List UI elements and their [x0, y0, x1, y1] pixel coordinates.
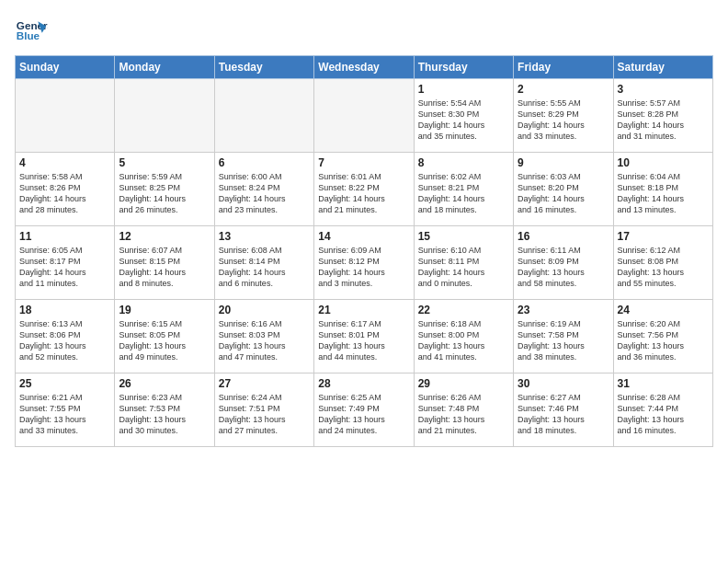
- week-row-3: 11Sunrise: 6:05 AM Sunset: 8:17 PM Dayli…: [16, 226, 713, 300]
- day-info: Sunrise: 6:09 AM Sunset: 8:12 PM Dayligh…: [318, 245, 409, 290]
- column-header-monday: Monday: [115, 56, 214, 79]
- column-header-saturday: Saturday: [613, 56, 712, 79]
- day-info: Sunrise: 6:16 AM Sunset: 8:03 PM Dayligh…: [219, 318, 310, 363]
- week-row-2: 4Sunrise: 5:58 AM Sunset: 8:26 PM Daylig…: [16, 153, 713, 226]
- day-number: 15: [418, 230, 509, 243]
- calendar-cell: 19Sunrise: 6:15 AM Sunset: 8:05 PM Dayli…: [115, 300, 214, 373]
- day-number: 22: [418, 304, 509, 316]
- calendar-cell: 20Sunrise: 6:16 AM Sunset: 8:03 PM Dayli…: [214, 300, 313, 373]
- day-info: Sunrise: 5:57 AM Sunset: 8:28 PM Dayligh…: [618, 98, 709, 143]
- page-header: General Blue: [15, 15, 713, 48]
- day-number: 6: [219, 156, 310, 169]
- day-number: 21: [318, 304, 409, 316]
- calendar-cell: 2Sunrise: 5:55 AM Sunset: 8:29 PM Daylig…: [514, 79, 613, 153]
- calendar-cell: 29Sunrise: 6:26 AM Sunset: 7:48 PM Dayli…: [414, 373, 513, 447]
- day-number: 13: [219, 230, 310, 243]
- day-number: 30: [518, 377, 609, 390]
- day-number: 24: [618, 304, 709, 316]
- calendar-cell: 11Sunrise: 6:05 AM Sunset: 8:17 PM Dayli…: [16, 226, 115, 300]
- logo: General Blue: [15, 15, 48, 48]
- day-number: 10: [618, 156, 709, 169]
- calendar-cell: 14Sunrise: 6:09 AM Sunset: 8:12 PM Dayli…: [314, 226, 414, 300]
- week-row-4: 18Sunrise: 6:13 AM Sunset: 8:06 PM Dayli…: [16, 300, 713, 373]
- day-info: Sunrise: 5:59 AM Sunset: 8:25 PM Dayligh…: [119, 171, 210, 216]
- day-number: 26: [119, 377, 210, 390]
- day-number: 17: [618, 230, 709, 243]
- day-info: Sunrise: 6:17 AM Sunset: 8:01 PM Dayligh…: [318, 318, 409, 363]
- calendar-cell: 16Sunrise: 6:11 AM Sunset: 8:09 PM Dayli…: [514, 226, 613, 300]
- column-header-sunday: Sunday: [16, 56, 115, 79]
- day-info: Sunrise: 6:07 AM Sunset: 8:15 PM Dayligh…: [119, 245, 210, 290]
- calendar-cell: 12Sunrise: 6:07 AM Sunset: 8:15 PM Dayli…: [115, 226, 214, 300]
- calendar-cell: 6Sunrise: 6:00 AM Sunset: 8:24 PM Daylig…: [214, 153, 313, 226]
- day-number: 31: [618, 377, 709, 390]
- calendar-body: 1Sunrise: 5:54 AM Sunset: 8:30 PM Daylig…: [16, 79, 713, 447]
- day-info: Sunrise: 6:10 AM Sunset: 8:11 PM Dayligh…: [418, 245, 509, 290]
- day-number: 18: [19, 304, 110, 316]
- calendar-cell: 1Sunrise: 5:54 AM Sunset: 8:30 PM Daylig…: [414, 79, 513, 153]
- calendar-cell: 13Sunrise: 6:08 AM Sunset: 8:14 PM Dayli…: [214, 226, 313, 300]
- day-number: 23: [518, 304, 609, 316]
- day-info: Sunrise: 6:20 AM Sunset: 7:56 PM Dayligh…: [618, 318, 709, 363]
- calendar-cell: 21Sunrise: 6:17 AM Sunset: 8:01 PM Dayli…: [314, 300, 414, 373]
- day-info: Sunrise: 6:12 AM Sunset: 8:08 PM Dayligh…: [618, 245, 709, 290]
- calendar-cell: 27Sunrise: 6:24 AM Sunset: 7:51 PM Dayli…: [214, 373, 313, 447]
- calendar-cell: 7Sunrise: 6:01 AM Sunset: 8:22 PM Daylig…: [314, 153, 414, 226]
- logo-icon: General Blue: [15, 15, 48, 48]
- week-row-5: 25Sunrise: 6:21 AM Sunset: 7:55 PM Dayli…: [16, 373, 713, 447]
- day-info: Sunrise: 6:25 AM Sunset: 7:49 PM Dayligh…: [318, 392, 409, 437]
- calendar-cell: [115, 79, 214, 153]
- day-number: 5: [119, 156, 210, 169]
- day-number: 3: [618, 83, 709, 96]
- day-number: 19: [119, 304, 210, 316]
- column-header-tuesday: Tuesday: [214, 56, 313, 79]
- day-number: 4: [19, 156, 110, 169]
- day-number: 12: [119, 230, 210, 243]
- day-number: 2: [518, 83, 609, 96]
- day-info: Sunrise: 6:05 AM Sunset: 8:17 PM Dayligh…: [19, 245, 110, 290]
- column-header-thursday: Thursday: [414, 56, 513, 79]
- day-info: Sunrise: 6:13 AM Sunset: 8:06 PM Dayligh…: [19, 318, 110, 363]
- calendar-cell: 4Sunrise: 5:58 AM Sunset: 8:26 PM Daylig…: [16, 153, 115, 226]
- day-number: 16: [518, 230, 609, 243]
- calendar-header-row: SundayMondayTuesdayWednesdayThursdayFrid…: [16, 56, 713, 79]
- day-number: 25: [19, 377, 110, 390]
- day-info: Sunrise: 6:01 AM Sunset: 8:22 PM Dayligh…: [318, 171, 409, 216]
- calendar-cell: 23Sunrise: 6:19 AM Sunset: 7:58 PM Dayli…: [514, 300, 613, 373]
- calendar-cell: 5Sunrise: 5:59 AM Sunset: 8:25 PM Daylig…: [115, 153, 214, 226]
- day-number: 11: [19, 230, 110, 243]
- day-number: 14: [318, 230, 409, 243]
- day-info: Sunrise: 6:19 AM Sunset: 7:58 PM Dayligh…: [518, 318, 609, 363]
- calendar-cell: 24Sunrise: 6:20 AM Sunset: 7:56 PM Dayli…: [613, 300, 712, 373]
- day-info: Sunrise: 6:23 AM Sunset: 7:53 PM Dayligh…: [119, 392, 210, 437]
- day-number: 1: [418, 83, 509, 96]
- calendar-cell: 17Sunrise: 6:12 AM Sunset: 8:08 PM Dayli…: [613, 226, 712, 300]
- calendar-cell: 18Sunrise: 6:13 AM Sunset: 8:06 PM Dayli…: [16, 300, 115, 373]
- week-row-1: 1Sunrise: 5:54 AM Sunset: 8:30 PM Daylig…: [16, 79, 713, 153]
- calendar-cell: [314, 79, 414, 153]
- calendar-table: SundayMondayTuesdayWednesdayThursdayFrid…: [15, 55, 713, 447]
- calendar-cell: 25Sunrise: 6:21 AM Sunset: 7:55 PM Dayli…: [16, 373, 115, 447]
- day-info: Sunrise: 6:15 AM Sunset: 8:05 PM Dayligh…: [119, 318, 210, 363]
- day-info: Sunrise: 6:27 AM Sunset: 7:46 PM Dayligh…: [518, 392, 609, 437]
- day-info: Sunrise: 5:55 AM Sunset: 8:29 PM Dayligh…: [518, 98, 609, 143]
- calendar-cell: 9Sunrise: 6:03 AM Sunset: 8:20 PM Daylig…: [514, 153, 613, 226]
- calendar-cell: 8Sunrise: 6:02 AM Sunset: 8:21 PM Daylig…: [414, 153, 513, 226]
- day-number: 29: [418, 377, 509, 390]
- day-info: Sunrise: 6:02 AM Sunset: 8:21 PM Dayligh…: [418, 171, 509, 216]
- day-number: 20: [219, 304, 310, 316]
- day-info: Sunrise: 6:24 AM Sunset: 7:51 PM Dayligh…: [219, 392, 310, 437]
- day-info: Sunrise: 6:11 AM Sunset: 8:09 PM Dayligh…: [518, 245, 609, 290]
- calendar-cell: 22Sunrise: 6:18 AM Sunset: 8:00 PM Dayli…: [414, 300, 513, 373]
- column-header-friday: Friday: [514, 56, 613, 79]
- day-info: Sunrise: 6:00 AM Sunset: 8:24 PM Dayligh…: [219, 171, 310, 216]
- day-number: 28: [318, 377, 409, 390]
- day-info: Sunrise: 5:54 AM Sunset: 8:30 PM Dayligh…: [418, 98, 509, 143]
- calendar-cell: 30Sunrise: 6:27 AM Sunset: 7:46 PM Dayli…: [514, 373, 613, 447]
- calendar-cell: 10Sunrise: 6:04 AM Sunset: 8:18 PM Dayli…: [613, 153, 712, 226]
- calendar-cell: 15Sunrise: 6:10 AM Sunset: 8:11 PM Dayli…: [414, 226, 513, 300]
- day-number: 7: [318, 156, 409, 169]
- day-info: Sunrise: 6:26 AM Sunset: 7:48 PM Dayligh…: [418, 392, 509, 437]
- calendar-cell: 31Sunrise: 6:28 AM Sunset: 7:44 PM Dayli…: [613, 373, 712, 447]
- day-number: 9: [518, 156, 609, 169]
